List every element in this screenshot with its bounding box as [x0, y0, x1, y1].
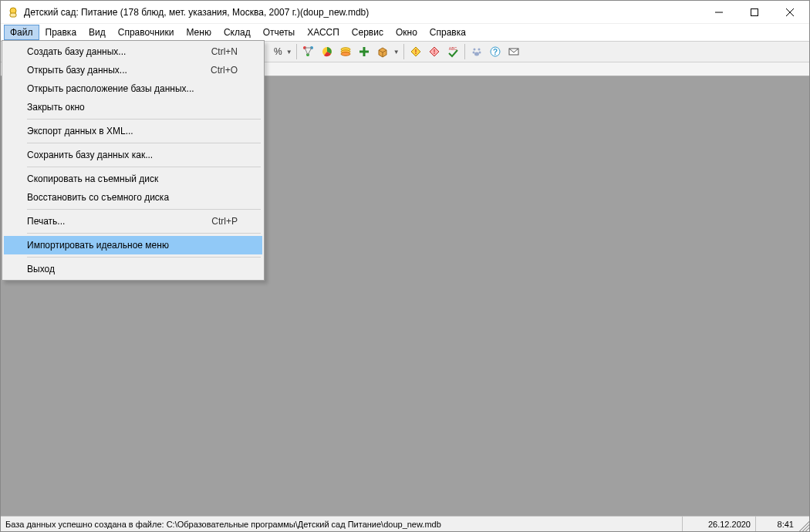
svg-text:?: ?	[493, 48, 498, 56]
titlebar: Детский сад: Питание (178 блюд, мет. ука…	[1, 1, 809, 24]
paw-icon[interactable]	[468, 43, 485, 60]
status-message: База данных успешно создана в файле: C:\…	[1, 517, 683, 531]
statusbar: База данных успешно создана в файле: C:\…	[1, 516, 809, 531]
menu-справочники[interactable]: Справочники	[112, 25, 181, 40]
menu-item-label: Экспорт данных в XML...	[27, 126, 238, 136]
menu-item[interactable]: Открыть базу данных...Ctrl+O	[4, 61, 262, 79]
menu-item[interactable]: Печать...Ctrl+P	[4, 212, 262, 231]
maximize-button[interactable]	[737, 1, 772, 23]
app-icon	[7, 6, 19, 19]
menu-item-label: Сохранить базу данных как...	[27, 150, 238, 160]
menu-склад[interactable]: Склад	[218, 25, 257, 40]
menu-item[interactable]: Выход	[4, 260, 262, 278]
resize-grip[interactable]	[798, 517, 809, 531]
menu-файл[interactable]: Файл	[4, 25, 39, 40]
menu-item[interactable]: Создать базу данных...Ctrl+N	[4, 42, 262, 61]
menu-справка[interactable]: Справка	[424, 25, 472, 40]
minimize-button[interactable]	[701, 1, 737, 23]
svg-point-15	[341, 52, 350, 56]
menu-item-label: Скопировать на съемный диск	[27, 173, 238, 184]
menu-item[interactable]: Открыть расположение базы данных...	[4, 79, 262, 98]
percent-label: %	[272, 46, 285, 57]
menu-сервис[interactable]: Сервис	[346, 25, 390, 40]
svg-text:!: !	[433, 48, 435, 56]
menu-item-shortcut: Ctrl+P	[211, 216, 238, 227]
menu-item-label: Печать...	[27, 216, 211, 227]
toolbar-separator	[464, 44, 465, 59]
menu-item-label: Открыть базу данных...	[27, 65, 211, 76]
menu-меню[interactable]: Меню	[180, 25, 217, 40]
file-menu-dropdown: Создать базу данных...Ctrl+NОткрыть базу…	[2, 40, 265, 281]
menu-правка[interactable]: Правка	[39, 25, 83, 40]
svg-point-21	[473, 49, 475, 51]
svg-point-23	[472, 52, 474, 54]
menu-item-shortcut: Ctrl+N	[211, 46, 238, 57]
menu-хассп[interactable]: ХАССП	[301, 25, 346, 40]
svg-rect-3	[751, 8, 758, 15]
menubar: ФайлПравкаВидСправочникиМенюСкладОтчетыХ…	[1, 24, 809, 41]
menu-item[interactable]: Импортировать идеальное меню	[4, 236, 262, 254]
abc-icon[interactable]: ABC	[444, 43, 461, 60]
menu-separator	[27, 119, 261, 120]
menu-отчеты[interactable]: Отчеты	[257, 25, 301, 40]
svg-point-24	[478, 52, 481, 54]
menu-item-shortcut: Ctrl+O	[211, 65, 238, 76]
menu-item-label: Создать базу данных...	[27, 46, 211, 57]
svg-rect-1	[10, 13, 16, 17]
menu-item[interactable]: Закрыть окно	[4, 98, 262, 116]
menu-item-label: Восстановить со съемного диска	[27, 192, 238, 203]
window-title: Детский сад: Питание (178 блюд, мет. ука…	[24, 7, 701, 18]
status-time: 8:41	[756, 517, 798, 531]
svg-point-22	[478, 49, 480, 51]
svg-text:ABC: ABC	[449, 46, 457, 51]
percent-dropdown[interactable]: ▼	[285, 43, 293, 60]
menu-item-label: Импортировать идеальное меню	[27, 240, 238, 251]
status-date: 26.12.2020	[683, 517, 756, 531]
menu-item-label: Выход	[27, 264, 238, 274]
svg-line-11	[308, 48, 312, 55]
menu-item[interactable]: Сохранить базу данных как...	[4, 146, 262, 164]
box-dropdown[interactable]: ▼	[393, 43, 400, 60]
toolbar-separator	[403, 44, 404, 59]
svg-line-10	[305, 48, 308, 55]
chart-icon[interactable]	[319, 43, 336, 60]
menu-separator	[27, 233, 261, 234]
structure-icon[interactable]	[300, 43, 317, 60]
menu-item[interactable]: Скопировать на съемный диск	[4, 170, 262, 188]
menu-separator	[27, 167, 261, 167]
menu-separator	[27, 257, 261, 258]
menu-окно[interactable]: Окно	[390, 25, 424, 40]
window-controls	[701, 1, 808, 23]
svg-point-25	[474, 52, 479, 56]
diamond-yellow-icon[interactable]: !	[407, 43, 424, 60]
menu-item[interactable]: Восстановить со съемного диска	[4, 188, 262, 207]
box-icon[interactable]	[374, 43, 391, 60]
menu-item-label: Открыть расположение базы данных...	[27, 83, 238, 94]
menu-item-label: Закрыть окно	[27, 102, 238, 113]
close-button[interactable]	[772, 1, 808, 23]
help-icon[interactable]: ?	[487, 43, 504, 60]
stack-icon[interactable]	[337, 43, 354, 60]
toolbar-separator	[296, 44, 297, 59]
diamond-red-icon[interactable]: !	[426, 43, 443, 60]
menu-item[interactable]: Экспорт данных в XML...	[4, 122, 262, 140]
add-icon[interactable]	[356, 43, 373, 60]
menu-separator	[27, 143, 261, 143]
mail-icon[interactable]	[505, 43, 522, 60]
menu-separator	[27, 209, 261, 210]
menu-вид[interactable]: Вид	[83, 25, 112, 40]
svg-text:!: !	[414, 48, 417, 56]
